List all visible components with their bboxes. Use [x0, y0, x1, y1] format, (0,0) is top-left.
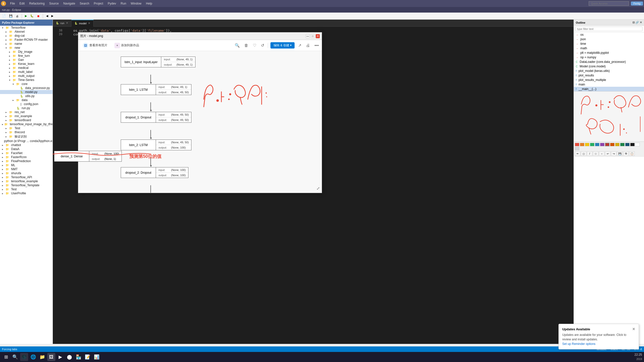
sidebar-item-tensorflow-template[interactable]: ▸📁Tensorflow_Template [0, 183, 53, 187]
copy-tool[interactable]: ⧉ [623, 151, 629, 156]
taskbar-photos[interactable]: 🖼 [47, 353, 55, 361]
expand-arrow[interactable]: ▾ [2, 26, 5, 29]
expand-arrow[interactable]: ▸ [2, 188, 5, 191]
menu-navigate[interactable]: Navigate [61, 1, 77, 6]
expand-arrow[interactable]: ▸ [9, 71, 12, 73]
sidebar-item-new[interactable]: ▾📁new [0, 46, 53, 50]
outline-item-plt---matplotlib-pyp[interactable]: →plt = matplotlib.pyplot [574, 51, 644, 55]
run-button[interactable]: ▶ [24, 14, 28, 18]
sidebar-item-shurufa[interactable]: ▸📁shurufa [0, 171, 53, 175]
color-dark-green[interactable] [620, 143, 625, 146]
color-white[interactable] [635, 143, 640, 146]
zoom-icon[interactable]: 🔍 [234, 42, 241, 49]
sidebar-item-chatbot[interactable]: ▸📁chatbot [0, 143, 53, 147]
menu-file[interactable]: File [8, 1, 17, 6]
expand-arrow[interactable]: ▸ [9, 63, 12, 65]
sidebar-item-ml[interactable]: ▸📁ML [0, 163, 53, 167]
sidebar-item-model-py[interactable]: 🐍model.py [0, 90, 53, 94]
sidebar-item-python--e--progr-----conda3-python-exe[interactable]: python (e:\Progr ... conda3\python.exe [0, 139, 53, 143]
maximize-button[interactable]: □ [311, 34, 315, 38]
rect-tool[interactable]: □ [593, 151, 598, 156]
expand-arrow[interactable]: ▸ [13, 99, 15, 102]
sidebar-item-dog-cat[interactable]: ▸📁dog-cat [0, 34, 53, 38]
expand-arrow[interactable]: ▸ [2, 160, 5, 163]
tab-model[interactable]: 🐍 model ✕ [71, 20, 94, 27]
start-button[interactable]: ⊞ [2, 353, 10, 361]
debug-button[interactable]: 🐛 [29, 14, 35, 18]
expand-arrow[interactable]: ▸ [9, 55, 12, 57]
expand-arrow[interactable]: ▸ [6, 111, 8, 114]
color-dark-yellow[interactable] [615, 143, 620, 146]
minimize-button[interactable]: — [306, 34, 310, 38]
color-blue[interactable] [595, 143, 599, 146]
new-button[interactable]: 📄 [1, 14, 7, 18]
tab-run[interactable]: 🐍 run ✕ [53, 20, 71, 27]
taskbar-store[interactable]: 🏪 [74, 353, 83, 361]
sidebar-item-data[interactable]: ▸📁data [0, 98, 53, 102]
expand-arrow[interactable]: ▸ [6, 34, 8, 37]
toast-reminder-link[interactable]: Set up Reminder options [562, 342, 595, 346]
expand-arrow[interactable]: ▾ [9, 79, 12, 81]
sidebar-item-----[interactable]: ▸📁验证识别 [0, 134, 53, 139]
menu-edit[interactable]: Edit [17, 1, 27, 6]
save-drawing[interactable]: 💾 [617, 151, 623, 156]
search-taskbar[interactable]: 🔍 [11, 353, 19, 361]
expand-arrow[interactable]: ▸ [2, 180, 5, 183]
menu-window[interactable]: Window [129, 1, 144, 6]
outline-item-dataloader--core-dat[interactable]: CDataLoader (core.data_processor) [574, 60, 644, 64]
share-icon[interactable]: ↗ [297, 42, 302, 49]
expand-arrow[interactable]: ▸ [2, 148, 5, 151]
link-editor-icon[interactable]: 🔗 [635, 21, 639, 24]
sidebar-item-tensorflow-api[interactable]: ▸📁Tensorflow_API [0, 175, 53, 179]
toast-close-button[interactable]: ✕ [632, 327, 635, 331]
expand-arrow[interactable]: ▸ [6, 135, 8, 138]
expand-arrow[interactable]: ▸ [2, 152, 5, 155]
color-purple[interactable] [600, 143, 605, 146]
expand-arrow[interactable]: ▸ [2, 184, 5, 187]
color-orange[interactable] [580, 143, 584, 146]
expand-arrow[interactable]: ▸ [6, 30, 8, 33]
expand-arrow[interactable]: ▸ [2, 172, 5, 175]
outline-item-model--core-model-[interactable]: CModel (core.model) [574, 64, 644, 69]
expand-arrow[interactable]: ▸ [6, 119, 8, 122]
sidebar-item-fine-turn[interactable]: ▸📁fine_turn [0, 54, 53, 58]
close-button[interactable]: ✕ [316, 34, 320, 38]
color-yellow[interactable] [585, 143, 589, 146]
pen-tool[interactable]: ✏ [575, 151, 580, 156]
sidebar-item-alexnet[interactable]: ▸📁Alexnet [0, 30, 53, 34]
save-button[interactable]: 💾 [8, 14, 14, 18]
favorite-icon[interactable]: ♡ [252, 42, 257, 49]
expand-arrow[interactable]: ▸ [2, 176, 5, 179]
expand-arrow[interactable]: ▸ [6, 127, 8, 130]
circle-tool[interactable]: ○ [599, 151, 605, 156]
sidebar-item-medical[interactable]: ▸📁medical [0, 66, 53, 70]
sidebar-item-test[interactable]: ▸📁Test [0, 126, 53, 130]
outline-filter-input[interactable] [575, 27, 642, 31]
paste-tool[interactable]: 📋 [629, 151, 635, 156]
outline-item-json[interactable]: →json [574, 37, 644, 41]
sidebar-item-tensorboard[interactable]: ▸📁tensorBoard [0, 118, 53, 122]
outline-item-plot-model--keras-ut[interactable]: fplot_model (keras.utils) [574, 69, 644, 73]
menu-project[interactable]: Project [92, 1, 105, 6]
color-black[interactable] [630, 143, 635, 146]
outline-item-math[interactable]: →math [574, 46, 644, 51]
forward-button[interactable]: ▶ [50, 14, 55, 18]
sidebar-item-dataa[interactable]: ▸📁DataA [0, 147, 53, 151]
color-dark-red[interactable] [605, 143, 610, 146]
sidebar-item-res-net[interactable]: ▸📁res_net [0, 110, 53, 114]
menu-source[interactable]: Source [47, 1, 61, 6]
edit-create-button[interactable]: 编辑 & 创建 ▾ [270, 42, 295, 49]
sidebar-item-multi-label[interactable]: ▸📁multi_label [0, 70, 53, 74]
expand-arrow[interactable]: ▸ [2, 144, 5, 147]
taskbar-edge[interactable]: 🌐 [29, 353, 37, 361]
expand-arrow[interactable]: ▸ [6, 42, 8, 45]
sidebar-item-gan[interactable]: ▸📁Gan [0, 58, 53, 62]
taskbar-eclipse[interactable]: 🌑 [20, 353, 28, 361]
sidebar-item-name[interactable]: ▸📁name [0, 42, 53, 46]
sidebar-item-time-series[interactable]: ▾📁Time-Series [0, 78, 53, 82]
sidebar-item-tensorflow-example[interactable]: ▸📁tensorflow_example [0, 179, 53, 183]
expand-arrow[interactable]: ▸ [9, 75, 12, 77]
taskbar-terminal[interactable]: ▶ [56, 353, 64, 361]
sidebar-item-rnn-example[interactable]: ▸📁rnn_example [0, 114, 53, 118]
sidebar-item-keras-learn[interactable]: ▸📁Keras_learn [0, 62, 53, 66]
